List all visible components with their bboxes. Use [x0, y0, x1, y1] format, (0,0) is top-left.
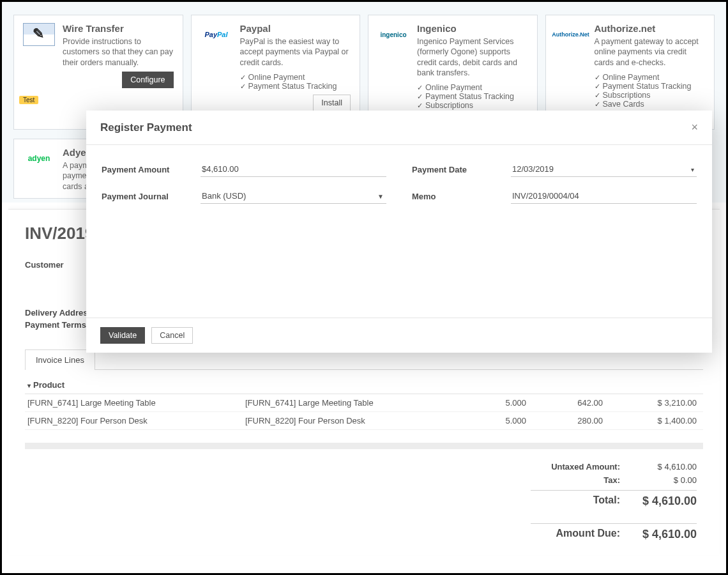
payment-date-label: Payment Date — [412, 165, 511, 174]
provider-features: Online Payment Payment Status Tracking S… — [595, 73, 706, 109]
wire-transfer-icon — [23, 23, 55, 46]
configure-button[interactable]: Configure — [122, 72, 173, 88]
payment-journal-select[interactable] — [201, 188, 386, 204]
ingenico-icon: ingenico — [377, 23, 409, 46]
validate-button[interactable]: Validate — [100, 327, 145, 344]
provider-desc: A payment gateway to accept online payme… — [595, 36, 706, 68]
memo-input[interactable] — [511, 188, 697, 204]
chevron-down-icon[interactable]: ▼ — [377, 193, 384, 200]
authorize-icon: Authorize.Net — [555, 23, 587, 46]
tax-label: Tax: — [531, 475, 620, 485]
provider-title: Authorize.net — [595, 23, 706, 34]
memo-label: Memo — [412, 192, 511, 201]
payment-amount-input[interactable] — [201, 162, 386, 177]
test-badge: Test — [19, 96, 38, 104]
table-row: [FURN_8220] Four Person Desk [FURN_8220]… — [25, 412, 703, 430]
provider-title: Ingenico — [417, 23, 528, 34]
provider-title: Paypal — [240, 23, 351, 34]
tab-invoice-lines[interactable]: Invoice Lines — [25, 349, 95, 370]
table-row: [FURN_6741] Large Meeting Table [FURN_67… — [25, 394, 703, 412]
tax-value: $ 0.00 — [639, 475, 697, 485]
payment-date-input[interactable] — [511, 162, 697, 177]
cancel-button[interactable]: Cancel — [151, 327, 193, 344]
provider-desc: Ingenico Payment Services (formerly Ogon… — [417, 36, 528, 78]
total-label: Total: — [531, 494, 620, 508]
provider-desc: Provide instructions to customers so tha… — [63, 36, 174, 68]
install-button[interactable]: Install — [313, 95, 351, 111]
due-label: Amount Due: — [531, 528, 620, 541]
due-value: $ 4,610.00 — [639, 528, 697, 541]
totals-divider — [25, 443, 703, 449]
untaxed-label: Untaxed Amount: — [531, 462, 620, 471]
adyen-icon: adyen — [23, 147, 55, 170]
invoice-totals: Untaxed Amount: $ 4,610.00 Tax: $ 0.00 T… — [25, 462, 703, 541]
column-product[interactable]: Product — [25, 380, 245, 390]
register-payment-modal: Register Payment × Payment Amount Paymen… — [86, 111, 712, 353]
untaxed-value: $ 4,610.00 — [639, 462, 697, 471]
payment-amount-label: Payment Amount — [102, 165, 201, 174]
payment-journal-label: Payment Journal — [102, 192, 201, 201]
invoice-lines-table: Product [FURN_6741] Large Meeting Table … — [25, 376, 703, 430]
provider-desc: PayPal is the easiest way to accept paym… — [240, 36, 351, 68]
provider-title: Wire Transfer — [63, 23, 174, 34]
close-icon[interactable]: × — [691, 121, 698, 134]
chevron-down-icon[interactable]: ▾ — [691, 166, 694, 173]
total-value: $ 4,610.00 — [639, 494, 697, 508]
paypal-icon: PayPal — [201, 23, 232, 46]
provider-features: Online Payment Payment Status Tracking — [240, 73, 351, 91]
modal-title: Register Payment — [100, 121, 192, 134]
